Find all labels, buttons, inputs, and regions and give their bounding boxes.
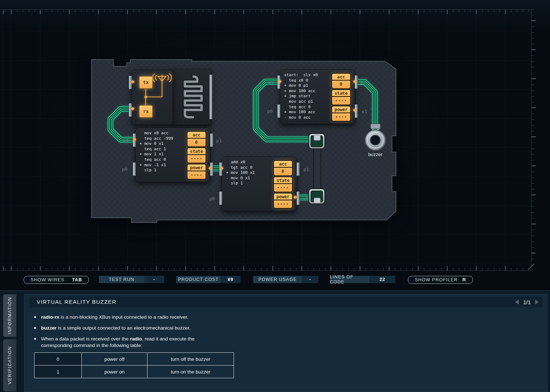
test-run-value: - <box>144 276 164 283</box>
register-acc: acc0 <box>331 73 351 89</box>
port-label-p0: p0 <box>122 167 128 172</box>
radio-tx-port: tx <box>139 76 153 89</box>
cmd-name: power on <box>82 366 147 378</box>
product-cost-value: ¥9 <box>221 276 240 283</box>
pin-p1[interactable] <box>210 133 213 147</box>
test-run-label: TEST RUN <box>99 276 144 283</box>
shenzhen-io-screen: { "colors":{"accent_orange":"#f7b154","w… <box>0 0 550 392</box>
bottom-info-panel: VIRTUAL REALITY BUZZER 1/1 radio-rx is a… <box>0 290 550 392</box>
pin-p0[interactable] <box>133 162 136 176</box>
port-label-p1: p1 <box>216 138 222 143</box>
register-acc: acc0 <box>187 131 206 147</box>
pin-p0[interactable] <box>277 104 280 118</box>
pin-p0[interactable] <box>219 191 222 205</box>
product-cost-label: PRODUCT COST <box>176 276 221 283</box>
port-label-x0: x0 <box>267 80 273 85</box>
show-profiler-label: SHOW PROFILER <box>415 277 458 282</box>
show-profiler-button[interactable]: SHOW PROFILER R <box>408 276 473 284</box>
chip-topright-mc6000[interactable]: start: slx x0 teq x0 0 + mov 0 p1 + mov … <box>280 70 355 124</box>
page-indicator: 1/1 <box>523 299 531 305</box>
cmd-value: 0 <box>35 353 82 366</box>
pin-x1[interactable] <box>296 191 300 205</box>
register-state: state---- <box>273 176 293 192</box>
bullet-icon <box>34 316 36 318</box>
page-navigation: 1/1 <box>515 297 539 307</box>
radio-antenna-module[interactable] <box>171 69 211 125</box>
test-run-stat[interactable]: TEST RUN - <box>99 276 164 283</box>
show-wires-button[interactable]: SHOW WIRES TAB <box>24 276 89 284</box>
port-label-p0: p0 <box>209 196 215 201</box>
register-power: power---- <box>273 193 293 209</box>
prev-page-icon[interactable] <box>515 299 519 305</box>
lines-of-code-value: 22 <box>369 276 395 283</box>
cmd-name: power off <box>82 353 147 366</box>
lines-of-code-label: LINES OF CODE <box>330 276 369 283</box>
next-page-icon[interactable] <box>535 299 539 305</box>
radio-pin-right <box>209 74 213 119</box>
code-editor-topright-chip[interactable]: start: slx x0 teq x0 0 + mov 0 p1 + mov … <box>284 73 318 120</box>
code-editor-middle-chip[interactable]: add x0 tgt acc 0 + mov 100 x1 - mov 0 x1… <box>226 160 255 186</box>
port-label-p1: p1 <box>360 80 366 85</box>
power-usage-label: POWER USAGE <box>253 276 302 283</box>
port-label-x0: x0 <box>122 138 128 143</box>
table-row: 1 power on turn on the buzzer <box>35 366 234 378</box>
register-state: state---- <box>187 147 206 163</box>
tab-information[interactable]: INFORMATION <box>3 294 16 337</box>
show-profiler-key: R <box>462 277 466 282</box>
port-label-p1: p1 <box>303 167 309 172</box>
chip-left-mc4000[interactable]: mov x0 acc teq acc -999 + mov 0 x1 teq a… <box>135 128 211 182</box>
register-power: power---- <box>187 164 206 180</box>
circuit-canvas[interactable]: tx rx mov x0 acc teq acc -999 + mov 0 x1… <box>0 0 550 290</box>
bullet-buzzer: buzzer is a simple output connected to a… <box>34 325 212 331</box>
cmd-description: turn off the buzzer <box>147 353 234 366</box>
radio-pin-rx[interactable] <box>129 103 132 117</box>
bullet-radio-rx: radio-rx is a non-blocking XBus input co… <box>34 314 212 320</box>
register-acc: acc0 <box>273 160 293 176</box>
puzzle-title-bar: VIRTUAL REALITY BUZZER 1/1 <box>29 297 542 307</box>
show-wires-label: SHOW WIRES <box>31 277 64 282</box>
cmd-description: turn on the buzzer <box>147 366 234 378</box>
tab-verification[interactable]: VERIFICATION <box>3 339 16 392</box>
bullet-icon <box>34 338 36 340</box>
show-wires-key: TAB <box>72 277 82 282</box>
cmd-value: 1 <box>35 366 82 378</box>
table-row: 0 power off turn off the buzzer <box>35 353 234 366</box>
product-cost-stat: PRODUCT COST ¥9 <box>176 276 240 283</box>
register-power: power---- <box>331 106 351 122</box>
command-table: 0 power off turn off the buzzer 1 power … <box>34 352 234 378</box>
information-card: VIRTUAL REALITY BUZZER 1/1 radio-rx is a… <box>24 294 548 392</box>
port-label-x1: x1 <box>303 196 308 201</box>
antenna-meander-icon <box>171 69 211 125</box>
buzzer-label: buzzer <box>368 152 382 157</box>
port-label-p0: p0 <box>267 109 273 114</box>
pin-p1[interactable] <box>296 162 300 176</box>
power-usage-stat: POWER USAGE - <box>253 276 318 283</box>
board-scene <box>0 0 550 290</box>
power-usage-value: - <box>302 276 318 283</box>
code-editor-left-chip[interactable]: mov x0 acc teq acc -999 + mov 0 x1 teq a… <box>139 131 173 173</box>
port-label-x1: x1 <box>361 109 367 114</box>
bullet-icon <box>34 327 36 329</box>
chip-middle-mc4000[interactable]: add x0 tgt acc 0 + mov 100 x1 - mov 0 x1… <box>222 157 297 211</box>
radio-rx-port: rx <box>139 105 153 118</box>
puzzle-title: VIRTUAL REALITY BUZZER <box>37 297 117 307</box>
register-state: state---- <box>331 89 351 105</box>
lines-of-code-stat: LINES OF CODE 22 <box>330 276 395 283</box>
bullet-data-packet: When a data packet is received over the … <box>34 336 212 349</box>
